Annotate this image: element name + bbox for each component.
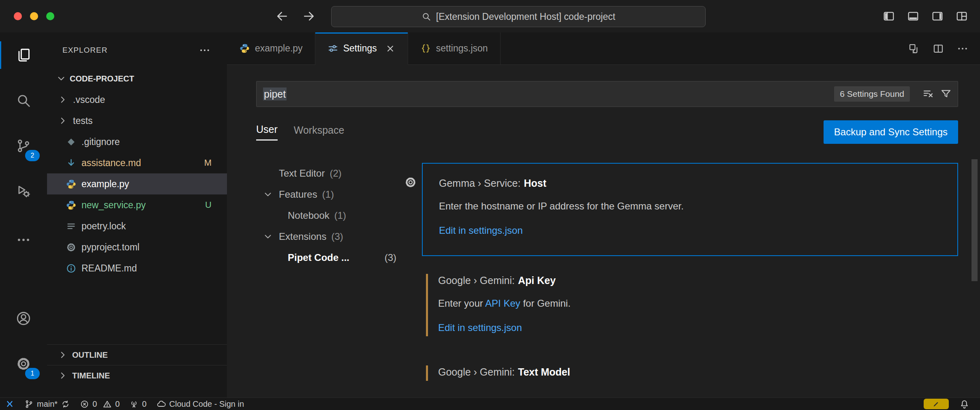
toggle-sidebar-icon[interactable] bbox=[883, 10, 895, 22]
git-status-badge: U bbox=[205, 200, 227, 210]
setting-title: Gemma › Service:Host bbox=[439, 177, 941, 190]
source-control-activity-icon[interactable]: 2 bbox=[0, 123, 47, 169]
toc-pipet-code[interactable]: Pipet Code ... (3) bbox=[256, 247, 402, 268]
project-root-folder[interactable]: CODE-PROJECT bbox=[47, 68, 227, 89]
pencil-highlight-status-icon[interactable] bbox=[924, 399, 949, 409]
problems-status[interactable]: 0 0 bbox=[75, 398, 124, 410]
toggle-secondary-sidebar-icon[interactable] bbox=[931, 10, 944, 22]
settings-badge: 1 bbox=[25, 368, 40, 379]
toc-extensions[interactable]: Extensions (3) bbox=[256, 226, 402, 247]
setting-title: Google › Gemini:Text Model bbox=[438, 365, 942, 378]
warning-icon bbox=[103, 399, 112, 409]
run-debug-activity-icon[interactable] bbox=[0, 169, 47, 214]
tree-item-vscode[interactable]: .vscode bbox=[47, 89, 227, 110]
toc-features[interactable]: Features (1) bbox=[256, 184, 402, 205]
python-file-icon bbox=[66, 200, 77, 211]
error-icon bbox=[80, 399, 89, 409]
tab-settings[interactable]: Settings bbox=[315, 32, 408, 65]
status-bar: main* 0 0 0 Cloud Code - Sign in bbox=[0, 397, 980, 410]
customize-layout-icon[interactable] bbox=[956, 10, 968, 22]
tree-item-readme-md[interactable]: README.md bbox=[47, 258, 227, 279]
chevron-right-icon bbox=[58, 350, 68, 360]
toggle-panel-icon[interactable] bbox=[907, 10, 919, 22]
tree-item-assistance-md[interactable]: assistance.md M bbox=[47, 152, 227, 173]
python-file-icon bbox=[66, 179, 77, 190]
tab-example-py[interactable]: example.py bbox=[227, 32, 315, 65]
setting-description: Enter your API Key for Gemini. bbox=[438, 297, 942, 310]
notifications-bell-icon[interactable] bbox=[959, 399, 969, 409]
edit-in-settings-json-link[interactable]: Edit in settings.json bbox=[439, 224, 523, 237]
explorer-more-actions-icon[interactable] bbox=[199, 44, 211, 56]
outline-section[interactable]: OUTLINE bbox=[47, 344, 227, 365]
setting-google-gemini-api-key[interactable]: Google › Gemini:Api Key Enter your API K… bbox=[422, 268, 958, 341]
scm-badge: 2 bbox=[25, 150, 40, 161]
toc-text-editor[interactable]: Text Editor (2) bbox=[256, 163, 402, 184]
git-branch-status[interactable]: main* bbox=[19, 398, 75, 410]
sync-changes-icon bbox=[61, 399, 70, 409]
open-changes-icon[interactable] bbox=[908, 43, 920, 55]
vscode-window: [Extension Development Host] code-projec… bbox=[0, 0, 980, 410]
toc-notebook[interactable]: Notebook (1) bbox=[256, 205, 402, 226]
settings-search-value: pipet bbox=[263, 88, 287, 100]
close-tab-icon[interactable] bbox=[385, 43, 396, 54]
scope-tab-workspace[interactable]: Workspace bbox=[294, 124, 344, 140]
ports-status[interactable]: 0 bbox=[124, 398, 151, 410]
command-center[interactable]: [Extension Development Host] code-projec… bbox=[331, 6, 706, 27]
tree-item-gitignore[interactable]: .gitignore bbox=[47, 131, 227, 152]
split-editor-icon[interactable] bbox=[932, 43, 944, 55]
tree-item-poetry-lock[interactable]: poetry.lock bbox=[47, 216, 227, 237]
tab-settings-json[interactable]: settings.json bbox=[408, 32, 501, 65]
cloud-code-status[interactable]: Cloud Code - Sign in bbox=[152, 398, 249, 410]
settings-editor: pipet 6 Settings Found User Workspace Ba… bbox=[227, 65, 980, 398]
settings-list: Gemma › Service:Host Enter the hostname … bbox=[422, 163, 958, 398]
settings-toc: Text Editor (2) Features (1) Notebook (1… bbox=[256, 163, 402, 398]
settings-search-input[interactable]: pipet 6 Settings Found bbox=[256, 81, 958, 107]
zoom-window-button[interactable] bbox=[46, 12, 54, 20]
tree-item-new-service-py[interactable]: new_service.py U bbox=[47, 194, 227, 216]
backup-sync-settings-button[interactable]: Backup and Sync Settings bbox=[824, 120, 958, 144]
search-icon bbox=[422, 12, 431, 21]
setting-gemma-service-host[interactable]: Gemma › Service:Host Enter the hostname … bbox=[422, 163, 958, 256]
tree-item-pyproject-toml[interactable]: pyproject.toml bbox=[47, 237, 227, 258]
explorer-sidebar: EXPLORER CODE-PROJECT .vscode tests .git… bbox=[47, 32, 227, 398]
chevron-right-icon bbox=[58, 94, 68, 105]
setting-gear-icon[interactable] bbox=[404, 176, 417, 189]
accounts-icon[interactable] bbox=[0, 296, 47, 341]
editor-more-actions-icon[interactable] bbox=[956, 43, 969, 55]
cloud-icon bbox=[156, 399, 166, 409]
back-button[interactable] bbox=[276, 10, 289, 23]
close-window-button[interactable] bbox=[14, 12, 22, 20]
scope-tab-user[interactable]: User bbox=[256, 124, 278, 141]
python-file-icon bbox=[239, 43, 250, 54]
timeline-section[interactable]: TIMELINE bbox=[47, 365, 227, 386]
chevron-down-icon bbox=[56, 73, 66, 84]
tree-item-example-py[interactable]: example.py bbox=[47, 173, 227, 194]
settings-scrollbar[interactable] bbox=[971, 159, 978, 281]
chevron-right-icon bbox=[58, 115, 68, 126]
settings-gear-icon[interactable]: 1 bbox=[0, 341, 47, 387]
edit-in-settings-json-link[interactable]: Edit in settings.json bbox=[438, 322, 522, 334]
git-file-icon bbox=[66, 137, 77, 147]
json-braces-icon bbox=[420, 43, 431, 54]
setting-description: Enter the hostname or IP address for the… bbox=[439, 200, 941, 212]
chevron-down-icon bbox=[263, 189, 273, 200]
search-activity-icon[interactable] bbox=[0, 78, 47, 123]
editor-area: example.py Settings settings.json pipet … bbox=[227, 32, 980, 398]
forward-button[interactable] bbox=[302, 10, 315, 23]
explorer-activity-icon[interactable] bbox=[0, 32, 47, 78]
remote-indicator[interactable] bbox=[0, 398, 19, 410]
toml-gear-icon bbox=[66, 242, 77, 253]
filter-icon[interactable] bbox=[940, 88, 952, 100]
more-views-icon[interactable] bbox=[0, 220, 47, 259]
window-title: [Extension Development Host] code-projec… bbox=[436, 11, 615, 22]
tree-item-tests[interactable]: tests bbox=[47, 110, 227, 131]
settings-sliders-icon bbox=[327, 43, 338, 54]
setting-title: Google › Gemini:Api Key bbox=[438, 274, 942, 287]
api-key-link[interactable]: API Key bbox=[485, 298, 520, 309]
minimize-window-button[interactable] bbox=[30, 12, 38, 20]
setting-google-gemini-text-model[interactable]: Google › Gemini:Text Model bbox=[422, 360, 958, 386]
activity-bar: 2 1 bbox=[0, 32, 47, 398]
traffic-lights bbox=[14, 12, 54, 20]
lock-file-icon bbox=[66, 221, 77, 232]
clear-filters-icon[interactable] bbox=[922, 88, 934, 100]
